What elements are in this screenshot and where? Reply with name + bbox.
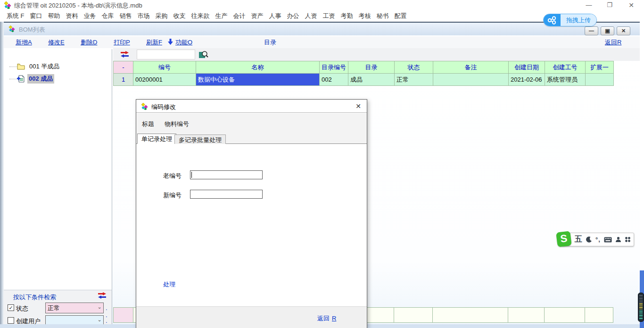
moon-icon[interactable]	[586, 236, 592, 243]
app-maximize-button[interactable]: ❐	[602, 0, 618, 10]
cell-ext1[interactable]	[586, 74, 614, 86]
add-button[interactable]: 新增A	[16, 38, 32, 47]
quick-search-input[interactable]	[137, 50, 195, 59]
quick-search-bar	[113, 48, 640, 61]
bom-restore-button[interactable]: ▣	[601, 26, 614, 35]
menu-item-assets[interactable]: 资产	[251, 12, 264, 20]
swap-columns-icon[interactable]	[121, 51, 129, 58]
cell-code[interactable]: 00200001	[133, 74, 196, 86]
cell-index[interactable]: 1	[114, 74, 133, 86]
drag-upload-button[interactable]: 拖拽上传	[543, 14, 597, 26]
menu-item-assessment[interactable]: 考核	[359, 12, 371, 20]
new-code-input[interactable]	[190, 190, 263, 199]
menu-item-accounting[interactable]: 会计	[233, 12, 246, 20]
text-cursor	[191, 172, 192, 178]
tree-item-semifinished[interactable]: 001 半成品	[4, 61, 112, 72]
bom-window-title: BOM列表	[19, 25, 45, 34]
right-scrollbar-thumb[interactable]	[638, 293, 644, 322]
menu-item-purchase[interactable]: 采购	[156, 12, 168, 20]
menu-item-market[interactable]: 市场	[138, 12, 150, 20]
dialog-tabstrip: 单记录处理 多记录批量处理	[136, 134, 367, 144]
toolbox-grid-icon[interactable]	[625, 236, 631, 243]
table-header-row: - 编号 名称 目录编号 目录 状态 备注 创建日期 创建工号 扩展一	[114, 61, 614, 74]
footer-cell[interactable]	[394, 308, 433, 323]
cell-status[interactable]: 正常	[395, 74, 433, 86]
menu-item-accounts[interactable]: 往来款	[191, 12, 210, 20]
menu-item-data[interactable]: 资料	[66, 12, 78, 20]
cell-catalog[interactable]: 成品	[348, 74, 395, 86]
footer-cell[interactable]	[433, 308, 508, 323]
header-create-date[interactable]: 创建日期	[509, 61, 545, 74]
dialog-close-button[interactable]: ✕	[354, 101, 363, 111]
header-status[interactable]: 状态	[395, 61, 433, 74]
footer-cell[interactable]	[585, 308, 613, 323]
ime-punctuation-mode[interactable]: °,	[595, 236, 601, 243]
status-combobox[interactable]: 正常	[45, 303, 104, 313]
app-minimize-button[interactable]: —	[581, 0, 597, 10]
menu-item-hr[interactable]: 人事	[269, 12, 281, 20]
app-icon	[4, 1, 11, 9]
cell-remark[interactable]	[433, 74, 509, 86]
bom-close-button[interactable]: ✕	[617, 26, 630, 35]
dialog-back-button[interactable]: 返回R	[317, 314, 336, 323]
tab-batch-records[interactable]: 多记录批量处理	[174, 135, 226, 144]
cell-name-selected[interactable]: 数据中心设备	[196, 74, 320, 86]
header-code[interactable]: 编号	[133, 61, 196, 74]
upload-cloud-icon	[544, 14, 561, 26]
menu-item-system[interactable]: 系统 F	[7, 12, 25, 20]
menu-item-business[interactable]: 业务	[84, 12, 96, 20]
ime-wubi-mode[interactable]: 五	[575, 235, 582, 244]
bom-window-icon	[8, 25, 15, 32]
cell-catalog-code[interactable]: 002	[320, 74, 348, 86]
menu-item-warehouse[interactable]: 仓库	[102, 12, 114, 20]
window-left-frame	[0, 22, 4, 328]
user-icon[interactable]	[615, 236, 621, 243]
keyboard-icon[interactable]	[604, 237, 612, 243]
search-icon[interactable]	[199, 50, 208, 59]
menu-item-hr2[interactable]: 人资	[305, 12, 317, 20]
tree-item-finished[interactable]: 002 成品	[4, 74, 112, 84]
chevron-down-icon	[96, 318, 103, 324]
footer-cell[interactable]	[545, 308, 585, 323]
menu-item-config[interactable]: 配置	[395, 12, 407, 20]
process-link[interactable]: 处理	[163, 280, 175, 289]
bom-minimize-button[interactable]: —	[585, 26, 598, 35]
menu-item-attendance[interactable]: 考勤	[341, 12, 353, 20]
menu-item-help[interactable]: 帮助	[48, 12, 60, 20]
menu-item-payments[interactable]: 收支	[173, 12, 186, 20]
back-button[interactable]: 返回R	[605, 38, 621, 47]
swap-columns-icon[interactable]	[98, 292, 106, 299]
menu-item-secretary[interactable]: 秘书	[377, 12, 389, 20]
cell-create-date[interactable]: 2021-02-06	[509, 74, 545, 86]
header-ext1[interactable]: 扩展一	[586, 61, 614, 74]
menu-item-salary[interactable]: 工资	[323, 12, 335, 20]
tree-item-label: 002 成品	[27, 74, 54, 84]
functions-button[interactable]: 功能O	[175, 38, 192, 47]
menu-item-office[interactable]: 办公	[287, 12, 299, 20]
header-create-user[interactable]: 创建工号	[545, 61, 586, 74]
modify-button[interactable]: 修改E	[48, 38, 65, 47]
app-close-button[interactable]: ✕	[623, 0, 639, 10]
footer-cell[interactable]	[114, 308, 133, 323]
header-catalog-code[interactable]: 目录编号	[320, 61, 348, 74]
tree-connector	[9, 79, 17, 79]
old-code-input[interactable]	[190, 170, 263, 179]
footer-cell[interactable]	[508, 308, 545, 323]
menu-item-production[interactable]: 生产	[215, 12, 228, 20]
header-name[interactable]: 名称	[196, 61, 320, 74]
tab-single-record[interactable]: 单记录处理	[137, 134, 176, 144]
header-catalog[interactable]: 目录	[348, 61, 395, 74]
header-index[interactable]: -	[114, 61, 133, 74]
cell-create-user[interactable]: 系统管理员	[545, 74, 586, 86]
print-button[interactable]: 打印P	[114, 38, 130, 47]
status-checkbox[interactable]: ✓	[8, 304, 14, 311]
refresh-button[interactable]: 刷新F	[146, 38, 162, 47]
menu-item-sales[interactable]: 销售	[120, 12, 132, 20]
delete-button[interactable]: 删除D	[81, 38, 97, 47]
menu-item-window[interactable]: 窗口	[30, 12, 42, 20]
creator-checkbox[interactable]	[8, 317, 14, 324]
dialog-title: 编码修改	[151, 103, 176, 111]
title-field-label: 标题	[142, 120, 154, 128]
header-remark[interactable]: 备注	[433, 61, 509, 74]
ime-logo-icon[interactable]: S	[556, 231, 572, 247]
